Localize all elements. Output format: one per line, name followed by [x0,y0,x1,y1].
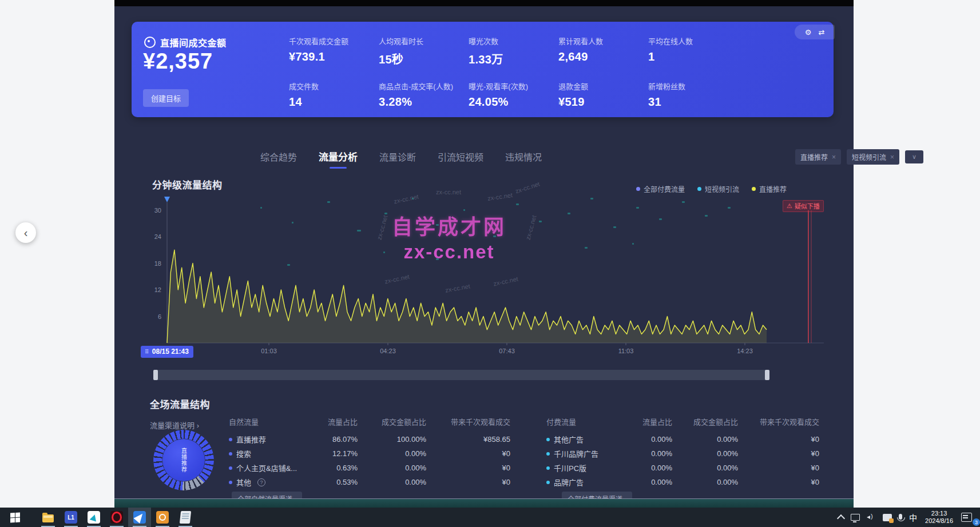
table-row[interactable]: 千川PC版0.00%0.00%¥0 [546,461,819,475]
brush-track[interactable] [153,370,769,380]
tray-network[interactable] [847,508,863,527]
kpi-metric: 累计观看人数2,649 [558,35,648,67]
table-row[interactable]: 其他?0.53%0.00%¥0 [229,475,510,489]
tags-dropdown-chevron[interactable]: ∨ [905,150,923,163]
metric-value: 2,649 [558,50,648,63]
tray-volume[interactable]: ) [863,508,879,527]
metric-value: ¥519 [558,95,648,109]
channel-name-cell: 千川PC版 [546,462,632,473]
taskbar-app-teal[interactable] [82,508,105,527]
value-cell: 0.00% [632,464,672,472]
svg-text:24: 24 [154,233,161,240]
metric-value: 24.05% [469,95,558,109]
start-button[interactable] [3,508,26,527]
channel-name: 其他广告 [554,434,584,445]
table-row[interactable]: 品牌广告0.00%0.00%¥0 [546,475,819,489]
x-axis-start-chip[interactable]: ⠿ 08/15 21:43 [141,346,193,358]
l1-app-icon: L1 [65,511,77,524]
tray-clock[interactable]: 23:13 2024/8/16 [921,508,958,527]
channel-name-cell: 其他广告 [546,434,632,445]
tray-expand-button[interactable] [835,508,847,527]
value-cell: 12.17% [315,449,358,458]
tab-引流短视频[interactable]: 引流短视频 [438,150,483,169]
chevron-up-icon [837,514,845,522]
donut-center-label: 直播推荐 [180,448,188,473]
table-row[interactable]: 千川品牌广告0.00%0.00%¥0 [546,446,819,461]
session-section-title: 全场流量结构 [150,397,210,411]
taskbar-app-orange[interactable] [151,508,174,527]
tab-流量诊断[interactable]: 流量诊断 [379,150,416,169]
clock-date: 2024/8/16 [925,517,953,525]
taskbar-notepad[interactable] [174,508,197,527]
channel-dot [546,481,550,484]
taskbar-browser-active[interactable] [128,508,151,527]
tab-流量分析[interactable]: 流量分析 [319,149,358,169]
tray-app-badge[interactable] [879,508,895,527]
create-goal-button[interactable]: 创建目标 [143,89,189,107]
channel-name-cell: 其他? [229,477,315,488]
table-row[interactable]: 个人主页&店铺&...0.63%0.00%¥0 [229,461,510,475]
channel-dot [546,452,550,456]
column-header: 带来千次观看成交 [738,416,819,427]
channel-name: 品牌广告 [554,477,584,488]
channel-name: 个人主页&店铺&... [236,462,297,473]
metric-label: 退款金额 [558,81,648,91]
info-icon[interactable]: ? [257,478,265,486]
kpi-metric: 商品点击-成交率(人数)3.28% [379,81,469,109]
gear-icon[interactable]: ⚙ [805,28,812,37]
back-button[interactable]: ‹ [15,222,36,243]
metric-value: 15秒 [379,50,469,67]
channel-note-link[interactable]: 流量渠道说明 › [150,420,199,430]
close-icon[interactable]: × [890,153,894,161]
tab-综合趋势[interactable]: 综合趋势 [260,150,297,169]
analysis-tabs: 综合趋势流量分析流量诊断引流短视频违规情况 [260,150,542,169]
tab-违规情况[interactable]: 违规情况 [505,150,542,169]
swap-icon[interactable]: ⇄ [818,28,824,37]
value-cell: 100.00% [358,435,426,444]
table-row[interactable]: 直播推荐86.07%100.00%¥858.65 [229,432,510,446]
table-title: 自然流量 [229,416,315,427]
svg-text:01:03: 01:03 [261,348,277,354]
metric-value: 1.33万 [469,50,558,67]
kpi-metric: 退款金额¥519 [558,81,648,109]
tray-microphone[interactable] [895,508,906,527]
tray-ime[interactable]: 中 [906,508,921,527]
metric-value: 31 [648,95,738,109]
channel-name: 其他 [236,477,251,488]
taskbar-file-explorer[interactable] [37,508,59,527]
close-icon[interactable]: × [832,153,836,161]
taskbar-app-l1[interactable]: L1 [59,508,82,527]
channel-dot [546,438,550,441]
taskbar-opera[interactable] [105,508,128,527]
column-header: 流量占比 [632,416,672,427]
svg-text:6: 6 [158,313,161,320]
metric-label: 商品点击-成交率(人数) [379,81,469,91]
stream-end-label: 疑似下播 [795,201,820,210]
value-cell: 0.00% [358,449,426,458]
channel-name: 直播推荐 [236,434,266,445]
channel-dot [229,481,232,484]
brush-handle-right[interactable] [765,370,769,380]
filter-tags: 直播推荐×短视频引流×∨ [795,149,923,165]
metric-label: 平均在线人数 [648,35,738,46]
kpi-metric: 成交件数14 [289,81,379,109]
filter-tag[interactable]: 短视频引流× [847,149,899,165]
table-row[interactable]: 搜索12.17%0.00%¥0 [229,446,510,461]
kpi-metric: 人均观看时长15秒 [379,35,469,67]
kpi-metric: 平均在线人数1 [648,35,738,67]
ime-label: 中 [909,512,917,523]
chart-canvas: 30241812601:0304:2307:4311:0314:23 [114,189,854,360]
drag-handle-icon: ⠿ [145,349,149,355]
brush-handle-left[interactable] [153,370,158,380]
table-row[interactable]: 其他广告0.00%0.00%¥0 [546,432,819,446]
desktop: 直播间成交金额 ¥2,357 创建目标 千次观看成交金额¥739.1人均观看时长… [0,0,980,527]
channel-name-cell: 搜索 [229,448,315,459]
svg-text:18: 18 [154,260,161,267]
microphone-icon [899,514,902,520]
svg-text:14:23: 14:23 [737,348,753,354]
speaker-icon: ) [867,514,876,521]
filter-tag[interactable]: 直播推荐× [795,149,841,165]
tray-notifications[interactable]: 3 [958,508,980,527]
folder-icon [42,514,54,522]
channel-dot [546,466,550,470]
